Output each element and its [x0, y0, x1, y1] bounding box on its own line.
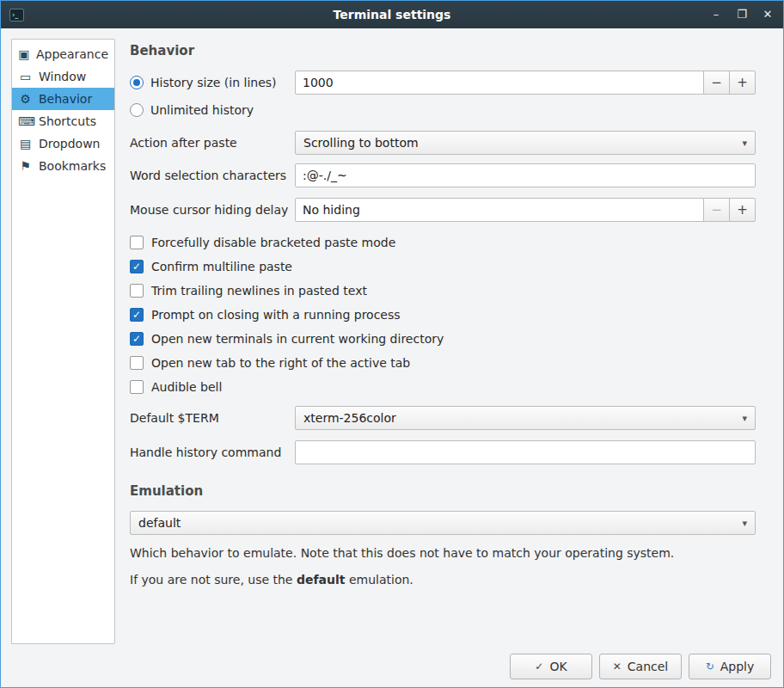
open-in-cwd-checkbox[interactable]: ✓: [130, 332, 144, 346]
default-term-row: Default $TERM xterm-256color ▾: [130, 406, 756, 430]
trim-trailing-newlines-checkbox[interactable]: ✓: [130, 284, 144, 298]
sidebar-item-label: Bookmarks: [39, 159, 106, 173]
handle-history-input[interactable]: [295, 440, 756, 464]
bracketed-paste-row: ✓ Forcefully disable bracketed paste mod…: [130, 236, 756, 249]
emulation-row: default ▾: [130, 511, 756, 535]
unlimited-history-row: Unlimited history: [130, 103, 756, 117]
chevron-down-icon: ▾: [742, 138, 747, 149]
prompt-on-closing-row: ✓ Prompt on closing with a running proce…: [130, 308, 756, 322]
history-size-spinbox: − +: [295, 71, 756, 95]
close-icon[interactable]: ✕: [761, 1, 775, 28]
word-selection-row: Word selection characters: [130, 163, 756, 187]
action-after-paste-label: Action after paste: [130, 136, 237, 150]
sidebar-item-label: Dropdown: [39, 137, 100, 150]
apply-button[interactable]: ↻ Apply: [689, 654, 771, 679]
spin-plus-button[interactable]: +: [729, 71, 756, 95]
emulation-select[interactable]: default ▾: [130, 511, 756, 535]
cancel-button[interactable]: ✕ Cancel: [599, 654, 682, 679]
sidebar-item-appearance[interactable]: ▣ Appearance: [12, 43, 114, 65]
open-in-cwd-row: ✓ Open new terminals in current working …: [130, 332, 756, 346]
restore-icon[interactable]: ❐: [735, 1, 749, 28]
word-selection-label: Word selection characters: [130, 169, 286, 182]
cross-icon: ✕: [613, 660, 622, 673]
appearance-icon: ▣: [18, 47, 30, 61]
checkbox-label: Forcefully disable bracketed paste mode: [151, 236, 395, 249]
bookmark-icon: ⚑: [18, 159, 33, 173]
spin-minus-button[interactable]: −: [703, 71, 730, 95]
history-size-label: History size (in lines): [150, 76, 277, 89]
unlimited-history-label: Unlimited history: [150, 103, 254, 117]
history-size-radio[interactable]: [130, 76, 144, 89]
handle-history-label: Handle history command: [130, 445, 281, 459]
window-controls: – ❐ ✕: [709, 1, 775, 28]
terminal-app-icon: ›_: [9, 9, 24, 22]
default-term-select[interactable]: xterm-256color ▾: [295, 406, 756, 430]
history-size-input[interactable]: [295, 71, 704, 95]
bracketed-paste-checkbox[interactable]: ✓: [130, 236, 144, 249]
apply-icon: ↻: [706, 660, 714, 673]
behavior-page: Behavior History size (in lines) − + Unl…: [115, 39, 783, 644]
chevron-down-icon: ▾: [742, 518, 747, 529]
emulation-help-line2: If you are not sure, use the default emu…: [130, 572, 756, 589]
window-title: Terminal settings: [1, 8, 783, 22]
main-area: ▣ Appearance ▭ Window ⚙ Behavior ⌨ Short…: [1, 28, 783, 646]
confirm-multiline-paste-row: ✓ Confirm multiline paste: [130, 260, 756, 273]
selected-value: xterm-256color: [303, 411, 396, 425]
sidebar-item-bookmarks[interactable]: ⚑ Bookmarks: [12, 155, 114, 177]
prompt-on-closing-checkbox[interactable]: ✓: [130, 308, 144, 322]
audible-bell-checkbox[interactable]: ✓: [130, 380, 144, 394]
action-after-paste-row: Action after paste Scrolling to bottom ▾: [130, 131, 756, 155]
trim-trailing-newlines-row: ✓ Trim trailing newlines in pasted text: [130, 284, 756, 298]
apply-button-label: Apply: [720, 660, 755, 673]
open-tab-right-row: ✓ Open new tab to the right of the activ…: [130, 356, 756, 370]
check-icon: ✓: [535, 660, 543, 673]
mouse-cursor-delay-input[interactable]: [295, 198, 704, 222]
settings-sidebar: ▣ Appearance ▭ Window ⚙ Behavior ⌨ Short…: [11, 39, 115, 644]
sidebar-item-label: Appearance: [36, 47, 108, 61]
ok-button-label: OK: [549, 660, 567, 673]
emulation-heading: Emulation: [130, 483, 756, 499]
minimize-icon[interactable]: –: [709, 1, 723, 28]
window-icon: ▭: [18, 70, 33, 83]
title-bar: ›_ Terminal settings – ❐ ✕: [1, 1, 783, 28]
action-after-paste-select[interactable]: Scrolling to bottom ▾: [295, 131, 756, 155]
checkbox-label: Open new tab to the right of the active …: [151, 356, 410, 370]
checkbox-label: Open new terminals in current working di…: [151, 332, 444, 346]
checkbox-label: Audible bell: [151, 380, 222, 394]
sidebar-item-label: Window: [39, 70, 86, 83]
sidebar-item-dropdown[interactable]: ▤ Dropdown: [12, 132, 114, 155]
chevron-down-icon: ▾: [742, 413, 747, 424]
history-size-row: History size (in lines) − +: [130, 71, 756, 95]
audible-bell-row: ✓ Audible bell: [130, 380, 756, 394]
ok-button[interactable]: ✓ OK: [510, 654, 592, 679]
spin-plus-button[interactable]: +: [729, 198, 756, 222]
handle-history-row: Handle history command: [130, 440, 756, 464]
confirm-multiline-paste-checkbox[interactable]: ✓: [130, 260, 144, 273]
keyboard-icon: ⌨: [18, 114, 33, 128]
emulation-help-line1: Which behavior to emulate. Note that thi…: [130, 545, 756, 562]
sidebar-item-label: Shortcuts: [39, 114, 96, 128]
cancel-button-label: Cancel: [628, 660, 668, 673]
default-term-label: Default $TERM: [130, 411, 219, 425]
sidebar-item-label: Behavior: [39, 92, 92, 106]
open-tab-right-checkbox[interactable]: ✓: [130, 356, 144, 370]
sidebar-item-window[interactable]: ▭ Window: [12, 65, 114, 88]
checkbox-label: Trim trailing newlines in pasted text: [151, 284, 367, 298]
mouse-cursor-delay-label: Mouse cursor hiding delay: [130, 203, 288, 217]
dialog-footer: ✓ OK ✕ Cancel ↻ Apply: [1, 646, 783, 687]
spin-minus-button[interactable]: −: [703, 198, 730, 222]
unlimited-history-radio[interactable]: [130, 103, 144, 117]
selected-value: default: [138, 516, 181, 530]
mouse-cursor-delay-spinbox: − +: [295, 198, 756, 222]
sidebar-item-shortcuts[interactable]: ⌨ Shortcuts: [12, 110, 114, 132]
behavior-heading: Behavior: [130, 43, 756, 58]
sidebar-item-behavior[interactable]: ⚙ Behavior: [12, 88, 114, 110]
dropdown-list-icon: ▤: [18, 137, 33, 150]
mouse-cursor-delay-row: Mouse cursor hiding delay − +: [130, 198, 756, 222]
behavior-icon: ⚙: [18, 92, 33, 106]
checkbox-label: Prompt on closing with a running process: [151, 308, 401, 322]
word-selection-input[interactable]: [295, 163, 756, 187]
checkbox-label: Confirm multiline paste: [151, 260, 292, 273]
selected-value: Scrolling to bottom: [303, 136, 419, 150]
